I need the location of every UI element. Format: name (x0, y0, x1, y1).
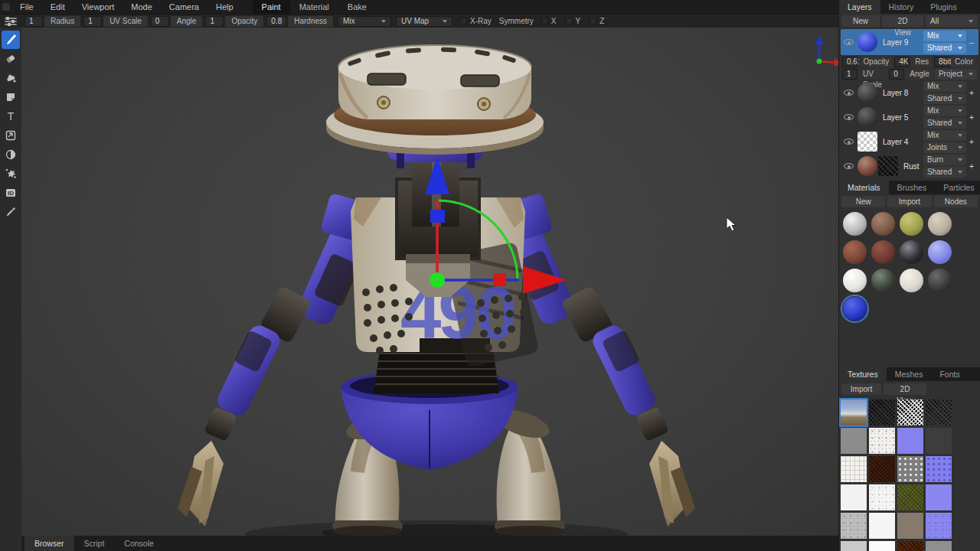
menu-edit[interactable]: Edit (42, 0, 74, 14)
tab-materials[interactable]: Materials (839, 181, 889, 194)
material-sphere[interactable] (871, 212, 895, 236)
tab-meshes[interactable]: Meshes (887, 367, 932, 381)
tab-browser[interactable]: Browser (24, 536, 74, 551)
texture-tile[interactable] (869, 541, 895, 551)
texture-tile[interactable] (869, 513, 895, 539)
texture-tile[interactable] (897, 513, 923, 539)
layer-blend-dropdown[interactable]: Burn (923, 155, 966, 165)
angle-input[interactable]: 0 (151, 16, 169, 27)
import-texture-button[interactable]: Import (841, 383, 881, 395)
material-sphere[interactable] (843, 212, 867, 236)
texture-tile[interactable] (869, 399, 895, 425)
texture-tile[interactable] (926, 399, 952, 425)
texture-tile[interactable] (841, 513, 867, 539)
new-material-button[interactable]: New (841, 196, 885, 207)
layer-row[interactable]: Rust Burn Shared + (841, 154, 978, 178)
texture-tile[interactable] (841, 484, 867, 510)
tab-textures[interactable]: Textures (839, 367, 887, 381)
blend-mode-dropdown[interactable]: Mix (338, 16, 391, 27)
tab-layers[interactable]: Layers (839, 0, 880, 14)
tab-bake[interactable]: Bake (338, 0, 376, 14)
layer-object-dropdown[interactable]: Joints (923, 142, 966, 153)
layer-opacity-input[interactable]: 0.61 (842, 57, 858, 67)
texture-tile[interactable] (841, 541, 867, 551)
import-material-button[interactable]: Import (887, 196, 931, 207)
texture-tile[interactable] (897, 541, 923, 551)
texture-tile[interactable] (926, 541, 952, 551)
texture-tile[interactable] (841, 456, 867, 482)
symmetry-x-checkbox[interactable] (541, 18, 548, 24)
particle-tool-button[interactable] (2, 165, 20, 183)
texture-tile[interactable] (897, 456, 923, 482)
decal-tool-button[interactable] (2, 88, 20, 106)
text-tool-button[interactable]: T (2, 107, 20, 126)
picker-tool-button[interactable] (2, 203, 20, 221)
material-sphere[interactable] (900, 240, 923, 264)
layer-visibility-icon[interactable] (844, 39, 854, 45)
layer-visibility-icon[interactable] (844, 114, 854, 120)
texture-tile[interactable] (841, 399, 867, 425)
uv-scale-input[interactable]: 1 (83, 16, 102, 27)
menu-mode[interactable]: Mode (122, 0, 161, 14)
brush-tool-button[interactable] (2, 31, 20, 49)
menu-file[interactable]: File (11, 0, 42, 14)
opacity-input[interactable]: 1 (205, 16, 224, 27)
material-sphere[interactable] (871, 269, 895, 292)
texture-tile[interactable] (897, 428, 923, 454)
layer-blend-dropdown[interactable]: Mix (923, 106, 966, 116)
tab-particles[interactable]: Particles (935, 181, 980, 194)
layer-res-label[interactable]: Res (911, 57, 933, 67)
texture-tile[interactable] (897, 399, 923, 425)
symmetry-z-checkbox[interactable] (590, 18, 596, 24)
texture-tile[interactable] (869, 428, 895, 454)
material-sphere[interactable] (900, 212, 923, 236)
eraser-tool-button[interactable] (2, 50, 20, 68)
texture-tile[interactable] (869, 456, 895, 482)
layer-object-dropdown[interactable]: Shared (923, 167, 966, 178)
xray-checkbox[interactable] (460, 18, 467, 24)
menu-help[interactable]: Help (207, 0, 242, 14)
layer-expand-button[interactable]: + (966, 161, 977, 171)
tab-console[interactable]: Console (114, 536, 164, 551)
brush-settings-icon[interactable] (3, 17, 18, 26)
layer-uvtype-dropdown[interactable]: Project (935, 69, 977, 80)
layer-expand-button[interactable]: + (966, 112, 977, 122)
texture-tile[interactable] (926, 513, 952, 539)
layer-bitdepth-input[interactable]: 8bit (934, 57, 949, 67)
layer-expand-button[interactable]: + (966, 137, 977, 146)
tab-plugins[interactable]: Plugins (922, 0, 965, 14)
layer-object-dropdown[interactable]: Shared (923, 43, 966, 54)
tab-script[interactable]: Script (74, 536, 115, 551)
layer-row[interactable]: Layer 4 Mix Joints + (841, 129, 978, 154)
tab-brushes[interactable]: Brushes (889, 181, 936, 194)
material-sphere[interactable] (843, 240, 867, 264)
fill-tool-button[interactable] (2, 69, 20, 87)
blur-tool-button[interactable] (2, 145, 20, 164)
nodes-button[interactable]: Nodes (934, 196, 978, 207)
layer-object-dropdown[interactable]: Shared (923, 93, 966, 104)
material-sphere[interactable] (928, 269, 952, 292)
textures-2d-view-button[interactable]: 2D View (884, 383, 926, 395)
menu-viewport[interactable]: Viewport (74, 0, 123, 14)
colorid-tool-button[interactable]: ID (2, 184, 20, 202)
layer-row[interactable]: Layer 8 Mix Shared + (841, 80, 978, 105)
tab-material[interactable]: Material (290, 0, 338, 14)
material-sphere[interactable] (900, 269, 923, 292)
viewport-3d[interactable]: 490 (21, 28, 838, 536)
texture-tile[interactable] (926, 456, 952, 482)
texture-tile[interactable] (897, 484, 923, 510)
material-sphere[interactable] (843, 269, 867, 292)
layer-object-dropdown[interactable]: Shared (923, 118, 966, 129)
material-sphere[interactable] (871, 240, 895, 264)
layer-blend-dropdown[interactable]: Mix (923, 81, 966, 92)
material-sphere[interactable] (928, 240, 952, 264)
tab-fonts[interactable]: Fonts (931, 367, 968, 381)
material-sphere[interactable] (928, 212, 952, 236)
layers-2d-view-button[interactable]: 2D View (882, 15, 923, 27)
symmetry-y-checkbox[interactable] (566, 18, 573, 24)
tab-paint[interactable]: Paint (253, 0, 290, 14)
layer-visibility-icon[interactable] (844, 90, 854, 96)
layer-visibility-icon[interactable] (844, 163, 854, 169)
layer-blend-dropdown[interactable]: Mix (923, 31, 966, 41)
texture-tile[interactable] (869, 484, 895, 510)
